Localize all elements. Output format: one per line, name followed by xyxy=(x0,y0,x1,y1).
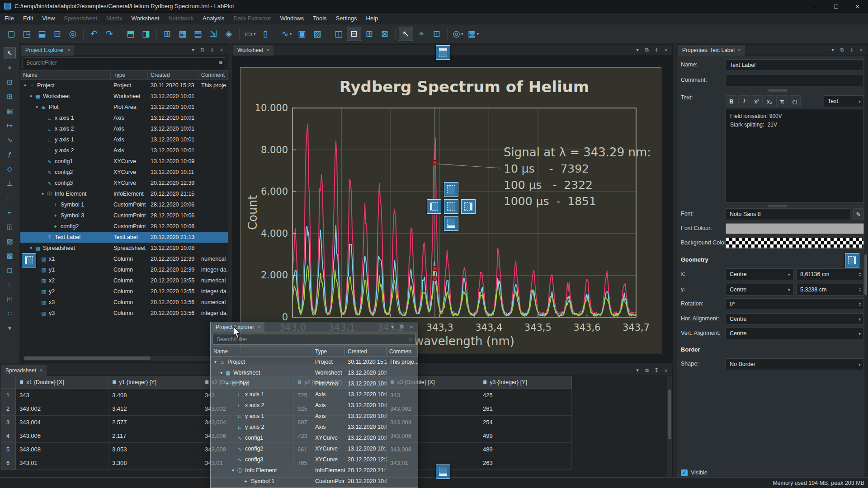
vertical-scrollbar[interactable] xyxy=(667,376,672,477)
row-number[interactable]: 1 xyxy=(0,389,16,402)
add-symbol-button[interactable]: ◇ xyxy=(4,163,16,175)
tab-close-icon[interactable]: × xyxy=(266,47,269,53)
row-number[interactable]: 5 xyxy=(0,443,16,456)
dock-menu-button[interactable]: ▾ xyxy=(829,46,837,54)
dock-float-button[interactable]: ⧉ xyxy=(838,46,846,54)
expander-icon[interactable]: ▾ xyxy=(34,105,40,109)
menu-tools[interactable]: Tools xyxy=(308,13,331,24)
add-plot-area-button[interactable]: ◫ xyxy=(4,221,16,233)
tree-row-y1[interactable]: ▥y1Column20.12.2020 12:39integer da... xyxy=(20,264,228,275)
save-project-button[interactable]: ⬓ xyxy=(35,27,49,41)
column-header-type[interactable]: Type xyxy=(312,347,345,356)
sheet-cell[interactable]: 254 xyxy=(479,416,572,429)
import-data-button[interactable]: ⇲ xyxy=(206,27,221,41)
tab-close-icon[interactable]: × xyxy=(257,324,260,330)
hor-alignment-select[interactable]: Centre▾ xyxy=(726,313,864,325)
column-header-created[interactable]: Created xyxy=(345,347,387,356)
tree-row-worksheet[interactable]: ▾▦WorksheetWorksheet13.12.2020 10:01 xyxy=(211,367,418,378)
dock-indicator-edge-bottom[interactable] xyxy=(436,465,450,479)
new-worksheet-button[interactable]: ▭▾ xyxy=(243,27,257,41)
tree-row-info-element[interactable]: ▾ⓘInfo ElementInfoElement20.12.2020 21:1… xyxy=(20,188,228,199)
print-preview-button[interactable]: ◎ xyxy=(66,27,80,41)
tree-row-y-axis-2[interactable]: ∟y axis 2Axis13.12.2020 10:01 xyxy=(20,145,228,156)
menu-view[interactable]: View xyxy=(38,13,59,24)
menu-file[interactable]: File xyxy=(0,13,19,24)
dock-indicator-edge-left[interactable] xyxy=(22,253,36,267)
tree-row-plot[interactable]: ▾⊞PlotPlot Area13.12.2020 10:01 xyxy=(211,378,418,389)
insert-datetime-button[interactable]: ◷ xyxy=(789,95,801,107)
select-cursor-button[interactable]: ↖ xyxy=(4,47,16,59)
sheet-cell[interactable]: 343,006 xyxy=(16,429,108,443)
spin-arrows[interactable]: ▴▾ xyxy=(859,272,861,277)
tree-row-config2[interactable]: ∿config2XYCurve13.12.2020 10:11 xyxy=(20,167,228,178)
tree-row-x-axis-1[interactable]: ∟x axis 1Axis13.12.2020 10:01 xyxy=(20,113,228,123)
tree-row-project[interactable]: ▾⌂ProjectProject30.11.2020 15:23This pro… xyxy=(211,357,418,367)
tree-row-spreadsheet[interactable]: ▾▤SpreadsheetSpreadsheet13.12.2020 10:08 xyxy=(20,243,228,253)
dock-float-button[interactable]: ⧉ xyxy=(398,323,406,331)
sheet-cell[interactable]: 263 xyxy=(479,456,572,470)
grid-small-button[interactable]: ▩ xyxy=(4,249,16,262)
tab-spreadsheet[interactable]: Spreadsheet × xyxy=(1,365,47,376)
menu-settings[interactable]: Settings xyxy=(331,13,362,24)
tile-rows-button[interactable]: ⬒ xyxy=(123,27,138,41)
sheet-cell[interactable]: 499 xyxy=(479,429,572,443)
close-button[interactable]: × xyxy=(847,0,868,13)
dock-float-button[interactable]: ⧉ xyxy=(643,46,651,54)
column-header-x1[interactable]: ≣x1 {Double} [X] xyxy=(16,376,108,389)
dock-close-button[interactable]: × xyxy=(857,46,865,54)
search-input[interactable] xyxy=(212,334,416,345)
dock-close-button[interactable]: × xyxy=(662,366,670,375)
expander-icon[interactable]: ▾ xyxy=(40,192,46,196)
redo-button[interactable]: ↷ xyxy=(102,27,117,41)
tree-row-x-axis-2[interactable]: ∟x axis 2Axis13.12.2020 10:01 xyxy=(211,400,418,411)
expander-icon[interactable]: ▾ xyxy=(230,468,236,473)
magnification-button[interactable]: ◎▾ xyxy=(451,27,465,41)
dock-indicator-up[interactable] xyxy=(444,182,458,197)
tree-row-x3[interactable]: ▥x3Column20.12.2020 13:56numerical xyxy=(20,297,228,308)
dock-close-button[interactable]: × xyxy=(662,46,670,54)
dock-indicator-center[interactable] xyxy=(444,199,458,214)
sheet-cell[interactable]: 2.577 xyxy=(108,416,201,429)
text-content-editor[interactable]: Field ionisation: 900V Stark splitting: … xyxy=(726,109,864,203)
sheet-cell[interactable]: 343,004 xyxy=(16,416,108,429)
sheet-cell[interactable]: 343 xyxy=(16,389,108,402)
expander-icon[interactable]: ▾ xyxy=(212,360,218,364)
tab-properties-text-label[interactable]: Properties: Text Label × xyxy=(678,45,745,56)
tree-row-symbol-1[interactable]: +Symbol 1CustomPoint28.12.2020 10:06 xyxy=(211,476,418,487)
sheet-cell[interactable]: 261 xyxy=(479,402,572,416)
dock-indicator-right[interactable] xyxy=(461,199,476,214)
dock-close-button[interactable]: × xyxy=(407,323,415,331)
dock-float-button[interactable]: ⧉ xyxy=(643,366,651,375)
crosshair-tool-button[interactable]: ⌖ xyxy=(414,27,429,41)
tree-row-y2[interactable]: ▥y2Column20.12.2020 13:55integer da... xyxy=(20,286,228,297)
search-input[interactable] xyxy=(22,57,226,68)
menu-help[interactable]: Help xyxy=(362,13,383,24)
new-matrix-button[interactable]: ▤ xyxy=(191,27,205,41)
zoom-region-button[interactable]: ⊡ xyxy=(4,76,16,88)
tree-row-config1[interactable]: ∿config1XYCurve13.12.2020 10:09 xyxy=(20,156,228,167)
tree-row-config3[interactable]: ∿config3XYCurve20.12.2020 12:39 xyxy=(20,178,228,188)
tree-row-config1[interactable]: ∿config1XYCurve13.12.2020 10:09 xyxy=(211,432,418,443)
sheet-cell[interactable]: 343,01 xyxy=(16,456,108,470)
overflow-button[interactable]: ▾ xyxy=(4,322,16,334)
comment-field[interactable] xyxy=(726,75,864,86)
splitter-handle[interactable] xyxy=(768,89,788,92)
spin-arrows[interactable]: ▴▾ xyxy=(859,301,861,307)
menu-analysis[interactable]: Analysis xyxy=(198,13,229,24)
tab-close-icon[interactable]: × xyxy=(738,47,741,53)
tree-row-config3[interactable]: ∿config3XYCurve20.12.2020 12:39 xyxy=(211,454,418,465)
column-header-comment[interactable]: Comment xyxy=(198,70,228,80)
tab-project-explorer[interactable]: Project Explorer × xyxy=(21,45,74,56)
scrollbar-thumb[interactable] xyxy=(24,357,151,360)
dock-pin-button[interactable]: ↧ xyxy=(652,46,660,54)
tree-row-y-axis-2[interactable]: ∟y axis 2Axis13.12.2020 10:01 xyxy=(211,422,418,432)
tree-row-x1[interactable]: ▥x1Column20.12.2020 12:39numerical xyxy=(20,253,228,264)
font-field[interactable] xyxy=(726,208,850,220)
expander-icon[interactable]: ▾ xyxy=(218,371,224,375)
column-header-name[interactable]: Name xyxy=(211,347,312,356)
tile-columns-button[interactable]: ◨ xyxy=(139,27,153,41)
y-anchor-select[interactable]: Centre▾ xyxy=(726,284,793,296)
data-picker-button[interactable]: ◈ xyxy=(222,27,236,41)
dock-pin-button[interactable]: ↧ xyxy=(208,46,216,54)
visible-checkbox[interactable]: ✓ xyxy=(681,469,688,476)
